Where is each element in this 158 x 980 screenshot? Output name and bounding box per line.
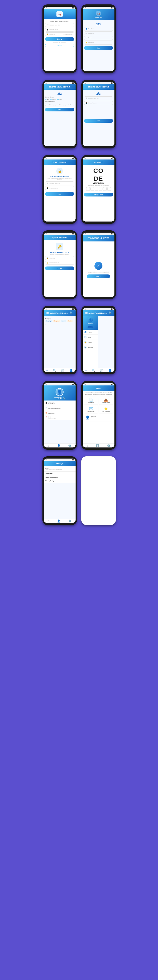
country-field-3[interactable]: 🏳️ Malaysia (MY): +60) [84, 96, 113, 100]
chip-mobile[interactable]: Mobile [67, 320, 73, 322]
mm-field[interactable]: MM [55, 103, 64, 106]
tab-search[interactable]: 🔍 [53, 369, 56, 372]
phone-field-3[interactable]: 📱 Phone Number [84, 101, 113, 105]
dob-value: 01/01/1990 [48, 412, 55, 414]
signin-after-update-btn[interactable]: Sign In [87, 274, 110, 278]
phone-field-forgot[interactable]: 📱 Phone Number [45, 186, 74, 190]
tab-settings-3[interactable]: ⚙️ [68, 444, 71, 447]
verify-btn[interactable]: Verify Code [84, 193, 113, 196]
bugs-icon: ✉️ [85, 407, 97, 410]
password-signup-field[interactable]: 🔒 Password [84, 41, 113, 45]
otp-box-6[interactable] [107, 187, 111, 191]
settings-item-update[interactable]: Update App [44, 472, 76, 476]
email-icon: ✉️ [85, 37, 87, 39]
next-btn-forgot[interactable]: Next [45, 192, 74, 196]
tab-home-2[interactable]: ⌂ [85, 369, 87, 372]
next-btn-3[interactable]: Next [84, 119, 113, 123]
search-icon[interactable]: 🔍 [69, 312, 73, 315]
tab-profile[interactable]: 👤 [57, 444, 60, 447]
otp-box-5[interactable] [103, 187, 106, 191]
yyyy-field[interactable]: YYYY [65, 103, 74, 106]
about-card-share[interactable]: 📤 Share to Friend [99, 397, 113, 404]
settings-item-privacy[interactable]: Privacy Policy [44, 479, 76, 483]
next-btn-2[interactable]: Next [45, 108, 74, 111]
phone-signup: 9:41 ▐▐▐ 🚗 SIGN UP 1/3 👤 Full Name [81, 5, 116, 73]
phone-credentials: 9:41 ▐▐▐ Update password 🔑 NEW CREDENTIA… [42, 231, 77, 299]
about-card-rate[interactable]: ⭐ Rate On Google [99, 406, 113, 413]
step3-title: CREATE NEW ACCOUNT [84, 86, 113, 88]
otp-boxes [84, 187, 113, 191]
forgot-password-link[interactable]: Forgot Password? [64, 34, 73, 35]
profile-avatar: 👤 [56, 388, 64, 396]
chip-computer[interactable]: Computer [53, 320, 60, 322]
username-field[interactable]: @ Username [84, 32, 113, 35]
about-card-bugs[interactable]: ✉️ Send Us Bugs [84, 406, 98, 413]
dob-label: Select Your Date [45, 101, 74, 102]
about-grid: 📄 Version 1.0 📤 Share to Friend ✉️ Send … [84, 397, 113, 413]
otp-box-3[interactable] [95, 187, 98, 191]
sidebar-settings-label: Settings [88, 347, 93, 348]
phone-field[interactable]: 📱 Phone Number [45, 28, 74, 32]
otp-header-title: Verify OTP [84, 161, 113, 163]
settings-item-rate[interactable]: Rate on Google Play [44, 476, 76, 479]
confirm-field[interactable]: 🔒 Confirm Password [45, 261, 74, 265]
tab-settings-active[interactable]: ⚙️ [68, 519, 71, 523]
tab-home-4[interactable]: ⌂ [87, 444, 88, 447]
next-btn-1[interactable]: Next [84, 46, 113, 50]
email-field[interactable]: ✉️ Email [84, 36, 113, 40]
tab-user[interactable]: 👤 [69, 369, 73, 372]
tab-cart[interactable]: 🛒 [61, 369, 64, 372]
search-icon-2[interactable]: 🔍 [108, 312, 112, 315]
sidebar-profile-label: Profile [88, 331, 92, 333]
otp-box-4[interactable] [99, 187, 102, 191]
status-bar: 9:41 ▐▐▐ [44, 6, 76, 9]
dd-field[interactable]: DD [45, 103, 55, 106]
radio-male[interactable]: Male [45, 99, 49, 100]
sidebar-item-profile[interactable]: 👤 Profile [83, 329, 98, 335]
chip-laptop[interactable]: Laptop [61, 320, 66, 322]
status-bar-6: 9:41 ▐▐▐ [83, 157, 114, 159]
profile-dob-text: Date of Birth 01/01/1990 [48, 411, 55, 414]
signup-title: SIGN UP [84, 16, 113, 18]
otp-box-2[interactable] [90, 187, 94, 191]
tab-profile-5[interactable]: 👤 [57, 519, 60, 523]
otp-code-line2: DE [84, 176, 113, 182]
chip-shopping[interactable]: Shopping [45, 320, 52, 322]
tab-home-5[interactable]: ⌂ [48, 519, 49, 523]
tab-settings-4[interactable]: ⚙️ [107, 444, 110, 447]
hamburger-menu[interactable] [47, 312, 49, 314]
edit-icon[interactable]: ✏️ [63, 397, 65, 399]
settings-item-local[interactable]: Local Change the language to be used her… [44, 466, 76, 472]
row-6: 9:41 ▐▐▐ 👤 finengapp ✏️ 📱 Phone Number [0, 381, 158, 450]
fullname-field[interactable]: 👤 Full Name [84, 27, 113, 31]
tab-home[interactable]: ⌂ [46, 369, 48, 372]
tab-home-3[interactable]: ⌂ [48, 444, 49, 447]
version-icon: 📄 [85, 398, 97, 402]
update-btn[interactable]: Update [45, 266, 74, 270]
page-wrapper: 9:41 ▐▐▐ 🚗 LOGIN WITH YOUR ACCOUNT 🏳️ Ma… [0, 0, 158, 536]
password-cred-field[interactable]: 🔒 Password [45, 256, 74, 260]
tab-search-2[interactable]: 🔍 [92, 369, 95, 372]
signup-button[interactable]: Sign Up [45, 44, 74, 47]
signup-content: 1/3 👤 Full Name @ Username ✉️ Email � [83, 20, 114, 71]
signin-button[interactable]: Sign In [45, 37, 74, 41]
phone-placeholder-forgot: Phone Number [50, 188, 73, 189]
country-field-forgot[interactable]: 🏳️ Malaysia (MY: +60) [45, 181, 74, 185]
tab-user-2[interactable]: 👤 [108, 369, 112, 372]
hamburger-menu-2[interactable] [85, 312, 87, 314]
sidebar-item-email[interactable]: 📧 Email [83, 335, 98, 340]
radio-other[interactable]: Other [57, 99, 62, 100]
radio-female[interactable]: Female [50, 99, 56, 100]
tab-cart-2[interactable]: 🛒 [100, 369, 103, 372]
sidebar-item-settings[interactable]: ⚙️ Settings [83, 345, 98, 350]
country-field[interactable]: 🏳️ Malaysia (MY: +60) [45, 23, 74, 27]
password-field[interactable]: 🔒 Password Forgot Password? [45, 32, 74, 36]
sidebar-item-privacy[interactable]: 🔒 Privacy [83, 340, 98, 345]
dob-icon: 🎂 [45, 412, 47, 414]
settings-privacy-title: Privacy Policy [45, 480, 74, 482]
screen-profile: 9:41 ▐▐▐ 👤 finengapp ✏️ 📱 Phone Number [44, 383, 76, 447]
otp-box-1[interactable] [86, 187, 90, 191]
settings-icon: ⚙️ [84, 346, 87, 349]
phone4-icon: 📱 [45, 402, 47, 404]
tab-about[interactable]: ℹ️ [96, 444, 99, 447]
